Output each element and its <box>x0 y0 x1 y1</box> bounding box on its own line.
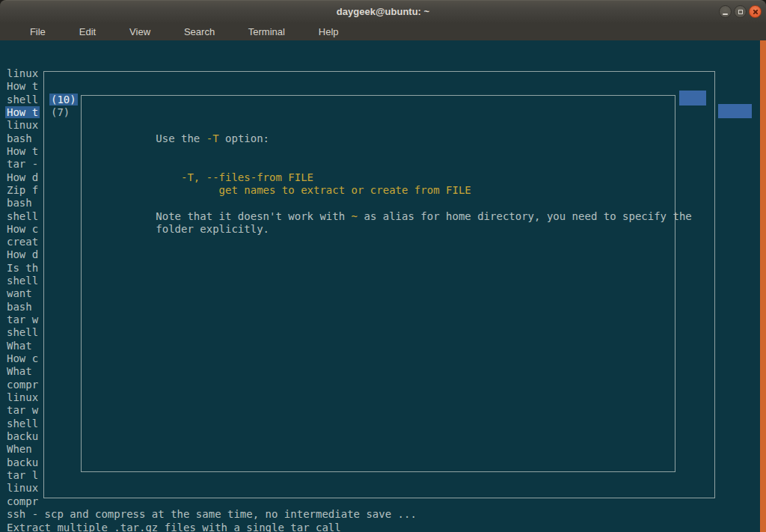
terminal-scrollbar[interactable] <box>760 40 766 532</box>
question-title: linux <box>7 391 38 403</box>
question-title: When <box>7 443 32 455</box>
question-title: linux <box>7 119 38 131</box>
menu-item-label: Search <box>184 26 215 37</box>
maximize-icon <box>738 10 743 14</box>
question-title: How c <box>7 223 38 235</box>
question-list-item[interactable]: How c <box>7 352 40 365</box>
answer-text-line <box>93 145 692 158</box>
question-list-item[interactable]: tar w <box>7 314 40 326</box>
question-list-item[interactable]: How t <box>7 145 40 158</box>
question-list-item[interactable]: What <box>7 365 40 378</box>
menu-item-label: View <box>129 26 150 37</box>
question-title: tar - <box>7 158 38 170</box>
status-line: ssh - scp and compress at the same time,… <box>7 508 417 521</box>
question-list-item[interactable]: linux <box>7 391 40 404</box>
status-lines: ssh - scp and compress at the same time,… <box>7 508 417 532</box>
question-list-item[interactable]: compr <box>7 495 40 508</box>
question-title: linux <box>7 67 38 79</box>
question-list-item[interactable]: tar l <box>7 469 40 482</box>
question-list-item[interactable]: How d <box>7 171 40 184</box>
question-title: Is th <box>7 262 38 274</box>
question-title: How c <box>7 352 38 364</box>
terminal-screen: linux How t shell How t linux bash How t… <box>0 40 766 532</box>
question-list-item[interactable]: bash <box>7 197 40 210</box>
question-list-item[interactable]: How t <box>7 80 40 93</box>
question-title: bash <box>7 197 32 209</box>
answer-body: Use the -T option: -T, --files-from FILE… <box>93 119 692 223</box>
question-title: How t <box>7 80 38 92</box>
questions-scrollbar-thumb[interactable] <box>718 104 752 118</box>
question-list-item[interactable]: shell <box>7 418 40 430</box>
menu-item-label: Edit <box>79 26 96 37</box>
question-title: compr <box>7 379 38 391</box>
question-title: backu <box>7 430 38 442</box>
question-list-item[interactable]: backu <box>7 456 40 469</box>
question-list-item[interactable]: shell <box>7 94 40 106</box>
question-title: Zip f <box>7 184 38 196</box>
status-line: Extract multiple .tar.gz files with a si… <box>7 522 417 532</box>
question-list-item[interactable]: linux <box>7 67 40 80</box>
terminal-window: daygeek@ubuntu: ~ File Edit View Search <box>0 0 766 532</box>
question-title: creat <box>7 236 38 248</box>
answers-scrollbar-thumb[interactable] <box>679 91 706 106</box>
close-button[interactable] <box>749 5 762 18</box>
question-list-item[interactable]: How t <box>7 106 40 119</box>
question-list-item[interactable]: compr <box>7 379 40 391</box>
question-list-item[interactable]: linux <box>7 119 40 132</box>
minimize-icon <box>723 13 728 15</box>
menubar: File Edit View Search Terminal Help <box>0 22 766 40</box>
answer-vote-list: (10) (7) <box>49 94 78 120</box>
question-list: linux How t shell How t linux bash How t… <box>7 67 40 508</box>
question-list-item[interactable]: tar - <box>7 158 40 171</box>
question-list-item[interactable]: backu <box>7 430 40 443</box>
answer-text-line: Note that it doesn't work with ~ as alia… <box>93 197 692 210</box>
question-title: tar w <box>7 404 38 416</box>
question-title: bash <box>7 132 32 144</box>
question-title: bash <box>7 301 32 313</box>
vote-count: (7) <box>49 106 71 118</box>
question-title: What <box>7 365 32 377</box>
question-list-item[interactable]: bash <box>7 301 40 314</box>
question-title: How t <box>5 106 40 118</box>
question-list-item[interactable]: shell <box>7 210 40 223</box>
answer-vote-item[interactable]: (7) <box>49 106 78 119</box>
vote-count: (10) <box>49 94 78 106</box>
minimize-button[interactable] <box>719 5 732 18</box>
question-title: shell <box>7 210 38 222</box>
question-title: linux <box>7 482 38 494</box>
answer-vote-item[interactable]: (10) <box>49 94 78 106</box>
question-title: How t <box>7 145 38 157</box>
question-list-item[interactable]: bash <box>7 132 40 145</box>
question-title: tar l <box>7 469 38 481</box>
question-list-item[interactable]: linux <box>7 482 40 495</box>
question-list-item[interactable]: tar w <box>7 404 40 417</box>
question-list-item[interactable]: want <box>7 287 40 300</box>
question-title: backu <box>7 456 38 468</box>
question-title: shell <box>7 275 38 287</box>
question-list-item[interactable]: What <box>7 340 40 352</box>
question-list-item[interactable]: Zip f <box>7 184 40 197</box>
question-list-item[interactable]: creat <box>7 236 40 248</box>
question-title: compr <box>7 495 38 507</box>
window-controls <box>719 5 762 18</box>
menu-item-label: Terminal <box>248 26 285 37</box>
question-title: How d <box>7 248 38 260</box>
maximize-button[interactable] <box>734 5 747 18</box>
question-title: shell <box>7 94 38 106</box>
menu-item-label: Help <box>319 26 339 37</box>
question-list-item[interactable]: shell <box>7 326 40 339</box>
question-title: want <box>7 287 32 299</box>
question-list-item[interactable]: shell <box>7 275 40 287</box>
menu-item-label: File <box>30 26 46 37</box>
question-title: How d <box>7 171 38 183</box>
question-list-item[interactable]: How c <box>7 223 40 236</box>
question-title: shell <box>7 418 38 429</box>
question-list-item[interactable]: Is th <box>7 262 40 275</box>
question-list-item[interactable]: When <box>7 443 40 456</box>
question-title: tar w <box>7 314 38 325</box>
answer-text-line: -T, --files-from FILE <box>93 158 692 171</box>
question-list-item[interactable]: How d <box>7 248 40 261</box>
answer-text-line: Use the -T option: <box>93 119 692 132</box>
question-title: shell <box>7 326 38 338</box>
question-title: What <box>7 340 32 352</box>
